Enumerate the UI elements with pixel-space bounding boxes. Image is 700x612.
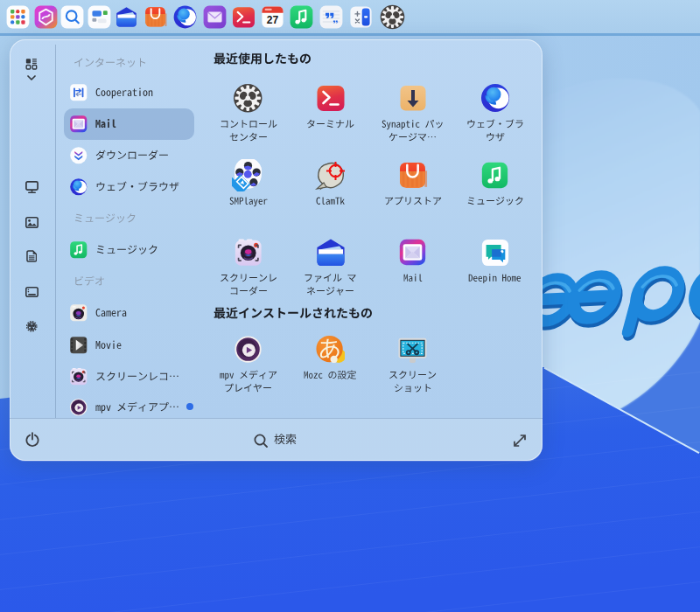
svg-text:27: 27: [266, 14, 278, 26]
